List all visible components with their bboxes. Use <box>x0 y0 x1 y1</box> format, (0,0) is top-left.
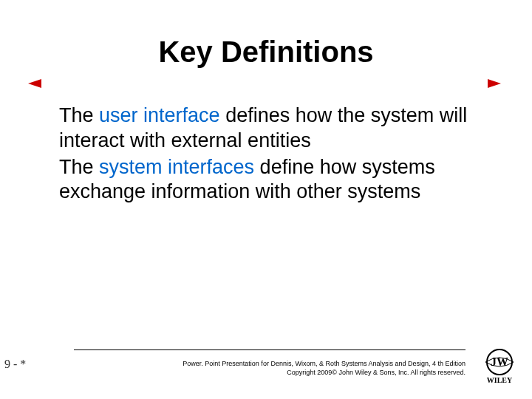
term-user-interface: user interface <box>99 104 220 126</box>
footer-line-2: Copyright 2009© John Wiley & Sons, Inc. … <box>74 368 466 377</box>
wiley-logo-icon: JW WILEY <box>480 346 519 384</box>
footer-divider <box>74 349 466 350</box>
horizontal-double-arrow <box>28 77 501 90</box>
svg-marker-1 <box>28 79 41 88</box>
paragraph-2: The system interfaces define how systems… <box>59 155 473 205</box>
svg-text:WILEY: WILEY <box>487 376 513 384</box>
paragraph-1: The user interface defines how the syste… <box>59 103 473 154</box>
text-pre-1: The <box>59 104 99 126</box>
slide: Key Definitions The user interface defin… <box>0 0 532 399</box>
footer-line-1: Power. Point Presentation for Dennis, Wi… <box>74 359 466 368</box>
body-content: The user interface defines how the syste… <box>59 103 473 206</box>
page-number: 9 - * <box>4 358 26 371</box>
text-pre-2: The <box>59 156 99 178</box>
term-system-interfaces: system interfaces <box>99 156 254 178</box>
svg-marker-2 <box>488 79 501 88</box>
footer-attribution: Power. Point Presentation for Dennis, Wi… <box>74 359 466 377</box>
slide-title: Key Definitions <box>0 35 532 69</box>
